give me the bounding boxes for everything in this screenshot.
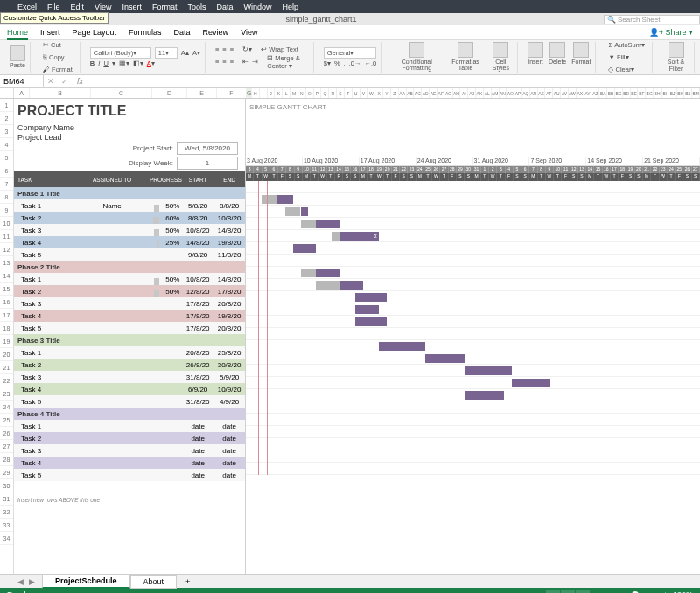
- table-row[interactable]: Task 1datedate: [14, 420, 245, 432]
- align-right-button[interactable]: ≡: [230, 58, 234, 66]
- search-sheet-input[interactable]: 🔍Search Sheet: [604, 15, 700, 24]
- number-format-select[interactable]: General ▾: [324, 47, 376, 59]
- tab-insert[interactable]: Insert: [40, 28, 60, 37]
- menu-data[interactable]: Data: [216, 3, 233, 11]
- underline-button[interactable]: U: [103, 59, 108, 67]
- phase-header[interactable]: Phase 2 Title: [14, 261, 245, 273]
- wrap-text-button[interactable]: ↩ Wrap Text: [261, 45, 298, 53]
- tab-view[interactable]: View: [241, 28, 257, 37]
- table-row[interactable]: Task 260%8/8/2010/8/20: [14, 212, 245, 224]
- align-center-button[interactable]: ≡: [222, 58, 226, 66]
- view-normal-icon[interactable]: [546, 590, 560, 593]
- inc-decimal-button[interactable]: .0→: [349, 59, 361, 67]
- phase-header[interactable]: Phase 4 Title: [14, 408, 245, 420]
- delete-cells-button[interactable]: Delete: [549, 42, 566, 73]
- align-bot-button[interactable]: ≡: [230, 45, 234, 53]
- table-row[interactable]: Task 250%12/8/2017/8/20: [14, 285, 245, 297]
- worksheet[interactable]: ABCDEF G HIJKLMNOPQRSTUVWXYZAAABACADAEAF…: [0, 88, 700, 574]
- format-painter-button[interactable]: 🖌 Format: [40, 64, 75, 75]
- table-row[interactable]: Task 425%14/8/2019/8/20: [14, 236, 245, 248]
- format-cells-button[interactable]: Format: [571, 42, 591, 73]
- cell-styles-button[interactable]: Cell Styles: [489, 42, 513, 73]
- name-box[interactable]: BM64: [0, 75, 44, 87]
- table-row[interactable]: Task 317/8/2020/8/20: [14, 297, 245, 310]
- phase-header[interactable]: Phase 1 Title: [14, 187, 245, 199]
- italic-button[interactable]: I: [98, 59, 100, 67]
- display-week-input[interactable]: 1: [177, 157, 238, 170]
- menu-file[interactable]: File: [47, 3, 60, 11]
- share-button[interactable]: 👤+ Share ▾: [649, 28, 693, 37]
- menu-tools[interactable]: Tools: [187, 3, 206, 11]
- project-title[interactable]: PROJECT TITLE: [14, 99, 245, 119]
- table-row[interactable]: Task 5datedate: [14, 469, 245, 481]
- view-page-layout-icon[interactable]: [561, 590, 575, 593]
- paste-button[interactable]: Paste: [10, 45, 25, 69]
- menu-window[interactable]: Window: [243, 3, 271, 11]
- sheet-nav-next[interactable]: ▶: [29, 577, 35, 586]
- menu-format[interactable]: Format: [152, 3, 178, 11]
- conditional-formatting-button[interactable]: Conditional Formatting: [391, 42, 442, 73]
- font-name-select[interactable]: Calibri (Body) ▾: [90, 47, 151, 59]
- table-row[interactable]: Task 150%10/8/2014/8/20: [14, 273, 245, 285]
- fill-button[interactable]: ▼ Fill▾: [606, 52, 648, 63]
- sheet-nav-prev[interactable]: ◀: [18, 577, 24, 586]
- comma-button[interactable]: ,: [344, 59, 346, 67]
- font-color-button[interactable]: A▾: [147, 59, 155, 67]
- tab-formulas[interactable]: Formulas: [129, 28, 162, 37]
- menu-edit[interactable]: Edit: [71, 3, 85, 11]
- copy-button[interactable]: ⎘ Copy: [40, 52, 75, 63]
- cut-button[interactable]: ✂ Cut: [40, 39, 75, 51]
- sheet-tab-about[interactable]: About: [130, 575, 178, 589]
- insert-cells-button[interactable]: Insert: [528, 42, 543, 73]
- tab-home[interactable]: Home: [7, 25, 28, 40]
- percent-button[interactable]: %: [334, 59, 340, 67]
- sort-filter-button[interactable]: Sort & Filter: [662, 42, 690, 72]
- phase-header[interactable]: Phase 3 Title: [14, 334, 245, 346]
- menu-help[interactable]: Help: [282, 3, 298, 11]
- table-row[interactable]: Task 1Name50%5/8/208/8/20: [14, 199, 245, 212]
- table-row[interactable]: Task 3datedate: [14, 444, 245, 457]
- table-row[interactable]: Task 331/8/205/9/20: [14, 371, 245, 383]
- menu-excel[interactable]: Excel: [18, 3, 37, 11]
- cancel-fx-icon[interactable]: ✕: [44, 77, 58, 86]
- align-top-button[interactable]: ≡: [215, 45, 219, 53]
- table-row[interactable]: Task 46/9/2010/9/20: [14, 383, 245, 395]
- table-row[interactable]: Task 59/8/2011/8/20: [14, 248, 245, 261]
- table-row[interactable]: Task 2datedate: [14, 432, 245, 444]
- enter-fx-icon[interactable]: ✓: [58, 77, 72, 86]
- merge-center-button[interactable]: ⊞ Merge & Center ▾: [267, 54, 309, 70]
- indent-inc-button[interactable]: ⇥: [252, 58, 258, 66]
- indent-dec-button[interactable]: ⇤: [242, 58, 248, 66]
- table-row[interactable]: Task 226/8/2030/8/20: [14, 359, 245, 371]
- table-row[interactable]: Task 517/8/2020/8/20: [14, 322, 245, 334]
- align-mid-button[interactable]: ≡: [222, 45, 226, 53]
- column-headers[interactable]: ABCDEF G HIJKLMNOPQRSTUVWXYZAAABACADAEAF…: [0, 88, 700, 99]
- menu-view[interactable]: View: [94, 3, 111, 11]
- row-headers[interactable]: 1234567891011121314151617181920212223242…: [0, 99, 14, 574]
- align-left-button[interactable]: ≡: [215, 58, 219, 66]
- autosum-button[interactable]: Σ AutoSum▾: [606, 39, 648, 51]
- decrease-font-button[interactable]: A▾: [192, 49, 200, 57]
- table-row[interactable]: Task 417/8/2019/8/20: [14, 310, 245, 322]
- view-page-break-icon[interactable]: [576, 590, 590, 593]
- currency-button[interactable]: $▾: [324, 59, 331, 67]
- tab-page-layout[interactable]: Page Layout: [73, 28, 117, 37]
- table-row[interactable]: Task 350%10/8/2014/8/20: [14, 224, 245, 236]
- tab-data[interactable]: Data: [174, 28, 191, 37]
- bold-button[interactable]: B: [90, 59, 94, 67]
- project-start-input[interactable]: Wed, 5/8/2020: [177, 142, 238, 155]
- table-row[interactable]: Task 531/8/204/9/20: [14, 395, 245, 408]
- font-size-select[interactable]: 11 ▾: [155, 47, 178, 59]
- clear-button[interactable]: ◇ Clear▾: [606, 64, 648, 75]
- dec-decimal-button[interactable]: ←.0: [364, 59, 376, 67]
- table-row[interactable]: Task 120/8/2025/8/20: [14, 346, 245, 359]
- tab-review[interactable]: Review: [203, 28, 229, 37]
- increase-font-button[interactable]: A▴: [181, 49, 189, 57]
- menu-insert[interactable]: Insert: [122, 3, 142, 11]
- fill-color-button[interactable]: ◧▾: [133, 59, 144, 67]
- sheet-tab-projectschedule[interactable]: ProjectSchedule: [42, 574, 130, 589]
- border-button[interactable]: ▦▾: [119, 59, 130, 67]
- format-as-table-button[interactable]: Format as Table: [447, 42, 483, 73]
- project-lead[interactable]: Project Lead: [14, 132, 245, 142]
- company-name[interactable]: Company Name: [14, 122, 245, 132]
